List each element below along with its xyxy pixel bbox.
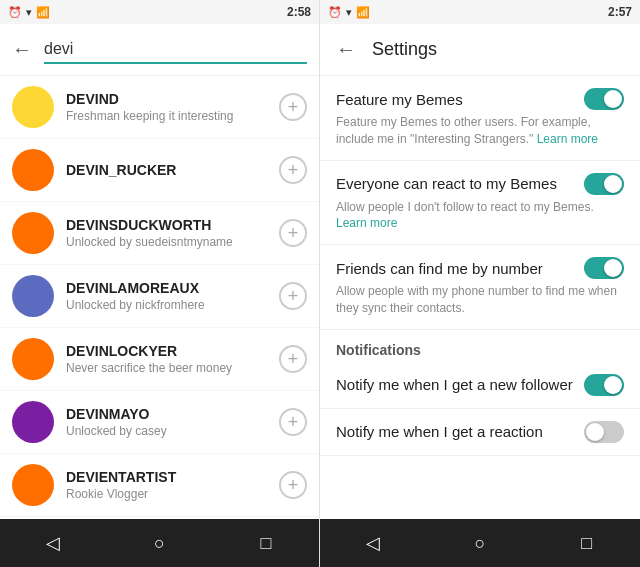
- right-alarm-icon: ⏰: [328, 6, 342, 19]
- alarm-icon: ⏰: [8, 6, 22, 19]
- add-user-button[interactable]: +: [279, 93, 307, 121]
- list-item[interactable]: DEVIN_RUCKER+: [0, 139, 319, 202]
- user-name: DEVINMAYO: [66, 406, 267, 422]
- toggle-knob-react_bemes: [604, 175, 622, 193]
- user-name: DEVINLOCKYER: [66, 343, 267, 359]
- user-name: DEVIN_RUCKER: [66, 162, 267, 178]
- right-recent-nav-button[interactable]: □: [567, 523, 607, 563]
- settings-title: Settings: [372, 39, 437, 60]
- user-name: DEVIENTARTIST: [66, 469, 267, 485]
- setting-label-react_bemes: Everyone can react to my Bemes: [336, 175, 584, 192]
- add-user-button[interactable]: +: [279, 156, 307, 184]
- add-user-button[interactable]: +: [279, 345, 307, 373]
- notification-row-new_follower: Notify me when I get a new follower: [320, 362, 640, 409]
- add-user-button[interactable]: +: [279, 408, 307, 436]
- add-user-button[interactable]: +: [279, 471, 307, 499]
- user-name: DEVINLAMOREAUX: [66, 280, 267, 296]
- avatar: [12, 149, 54, 191]
- right-status-bar: ⏰ ▾ 📶 2:57: [320, 0, 640, 24]
- learn-more-feature_bemes[interactable]: Learn more: [537, 132, 598, 146]
- user-subtitle: Unlocked by nickfromhere: [66, 298, 267, 312]
- notifications-label: Notifications: [320, 330, 640, 362]
- avatar: [12, 464, 54, 506]
- list-item[interactable]: DEVINMAYOUnlocked by casey+: [0, 391, 319, 454]
- left-time: 2:58: [287, 5, 311, 19]
- toggle-knob-new_follower: [604, 376, 622, 394]
- right-wifi-icon: ▾: [346, 6, 352, 19]
- user-name: DEVIND: [66, 91, 267, 107]
- avatar: [12, 275, 54, 317]
- search-input[interactable]: [44, 36, 307, 62]
- toggle-knob-find_by_number: [604, 259, 622, 277]
- wifi-icon: ▾: [26, 6, 32, 19]
- avatar: [12, 338, 54, 380]
- toggle-new_reaction[interactable]: [584, 421, 624, 443]
- left-panel: ⏰ ▾ 📶 2:58 ← DEVINDFreshman keeping it i…: [0, 0, 320, 567]
- user-subtitle: Unlocked by suedeisntmyname: [66, 235, 267, 249]
- setting-desc-feature_bemes: Feature my Bemes to other users. For exa…: [336, 114, 624, 148]
- learn-more-react_bemes[interactable]: Learn more: [336, 216, 397, 230]
- setting-row-feature_bemes: Feature my BemesFeature my Bemes to othe…: [320, 76, 640, 161]
- search-bar: ←: [0, 24, 319, 76]
- toggle-feature_bemes[interactable]: [584, 88, 624, 110]
- setting-row-react_bemes: Everyone can react to my BemesAllow peop…: [320, 161, 640, 246]
- settings-content: Feature my BemesFeature my Bemes to othe…: [320, 76, 640, 519]
- left-status-bar: ⏰ ▾ 📶 2:58: [0, 0, 319, 24]
- notification-row-new_reaction: Notify me when I get a reaction: [320, 409, 640, 456]
- notification-label-new_follower: Notify me when I get a new follower: [336, 376, 584, 393]
- right-back-nav-button[interactable]: ◁: [353, 523, 393, 563]
- left-bottom-nav: ◁ ○ □: [0, 519, 319, 567]
- back-nav-button[interactable]: ◁: [33, 523, 73, 563]
- settings-back-button[interactable]: ←: [336, 38, 356, 61]
- setting-label-find_by_number: Friends can find me by number: [336, 260, 584, 277]
- back-button[interactable]: ←: [12, 38, 32, 61]
- user-subtitle: Unlocked by casey: [66, 424, 267, 438]
- toggle-knob-new_reaction: [586, 423, 604, 441]
- right-signal-icon: 📶: [356, 6, 370, 19]
- toggle-knob-feature_bemes: [604, 90, 622, 108]
- list-item[interactable]: DEVINSDUCKWORTHUnlocked by suedeisntmyna…: [0, 202, 319, 265]
- right-status-icons: ⏰ ▾ 📶: [328, 6, 370, 19]
- settings-header: ← Settings: [320, 24, 640, 76]
- right-home-nav-button[interactable]: ○: [460, 523, 500, 563]
- user-subtitle: Rookie Vlogger: [66, 487, 267, 501]
- avatar: [12, 401, 54, 443]
- right-panel: ⏰ ▾ 📶 2:57 ← Settings Feature my BemesFe…: [320, 0, 640, 567]
- signal-icon: 📶: [36, 6, 50, 19]
- user-name: DEVINSDUCKWORTH: [66, 217, 267, 233]
- add-user-button[interactable]: +: [279, 219, 307, 247]
- add-user-button[interactable]: +: [279, 282, 307, 310]
- toggle-new_follower[interactable]: [584, 374, 624, 396]
- list-item[interactable]: DEVIENTARTISTRookie Vlogger+: [0, 454, 319, 517]
- right-time: 2:57: [608, 5, 632, 19]
- toggle-react_bemes[interactable]: [584, 173, 624, 195]
- recent-nav-button[interactable]: □: [246, 523, 286, 563]
- home-nav-button[interactable]: ○: [139, 523, 179, 563]
- list-item[interactable]: DEVINLAMOREAUXUnlocked by nickfromhere+: [0, 265, 319, 328]
- left-status-icons: ⏰ ▾ 📶: [8, 6, 50, 19]
- user-list: DEVINDFreshman keeping it interesting+DE…: [0, 76, 319, 519]
- setting-desc-find_by_number: Allow people with my phone number to fin…: [336, 283, 624, 317]
- avatar: [12, 86, 54, 128]
- user-subtitle: Never sacrifice the beer money: [66, 361, 267, 375]
- list-item[interactable]: DEVINLOCKYERNever sacrifice the beer mon…: [0, 328, 319, 391]
- setting-desc-react_bemes: Allow people I don't follow to react to …: [336, 199, 624, 233]
- notification-label-new_reaction: Notify me when I get a reaction: [336, 423, 584, 440]
- right-bottom-nav: ◁ ○ □: [320, 519, 640, 567]
- setting-label-feature_bemes: Feature my Bemes: [336, 91, 584, 108]
- setting-row-find_by_number: Friends can find me by numberAllow peopl…: [320, 245, 640, 330]
- user-subtitle: Freshman keeping it interesting: [66, 109, 267, 123]
- avatar: [12, 212, 54, 254]
- list-item[interactable]: DEVINDFreshman keeping it interesting+: [0, 76, 319, 139]
- search-input-wrapper: [44, 36, 307, 64]
- toggle-find_by_number[interactable]: [584, 257, 624, 279]
